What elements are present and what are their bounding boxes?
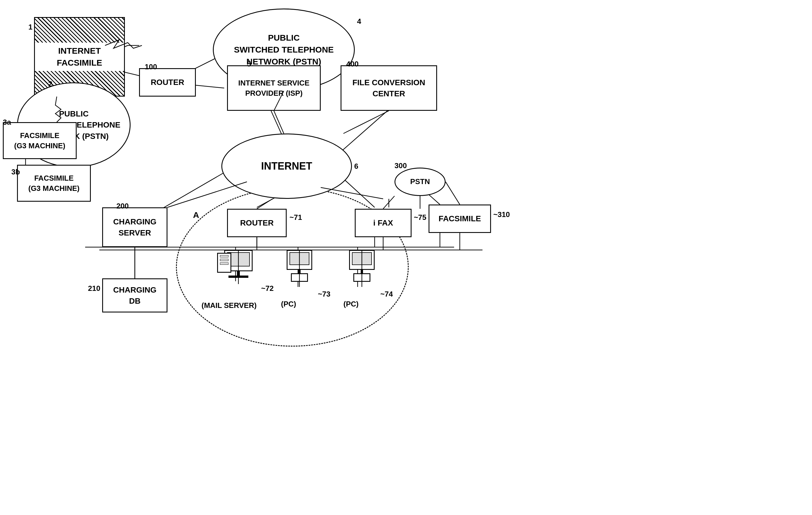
facsimile-3b-label: FACSIMILE(G3 MACHINE) [28, 173, 80, 194]
ifax-75-label: i FAX [373, 218, 393, 228]
charging-server-label: CHARGINGSERVER [113, 216, 156, 238]
ref-310: ~310 [493, 210, 510, 219]
svg-line-22 [343, 111, 389, 134]
charging-db-label: CHARGINGDB [113, 284, 156, 306]
ref-100: 100 [145, 62, 157, 71]
pstn-300-ellipse: PSTN [395, 168, 445, 196]
ref-71: ~71 [289, 213, 302, 222]
svg-line-21 [274, 111, 284, 134]
isp-label: INTERNET SERVICEPROVIDER (ISP) [238, 78, 310, 99]
router-71-box: ROUTER [227, 209, 287, 237]
pc-73-label: (PC) [281, 300, 296, 308]
svg-line-5 [341, 111, 387, 152]
facsimile-310-box: FACSIMILE [429, 205, 491, 233]
svg-line-26 [445, 182, 460, 205]
ref-210: 210 [88, 284, 100, 293]
ref-300: 300 [395, 161, 407, 170]
facsimile-3a-box: FACSIMILE(G3 MACHINE) [3, 122, 77, 159]
charging-server-box: CHARGINGSERVER [102, 207, 168, 247]
internet-label: INTERNET [261, 160, 312, 173]
ref-3b: 3b [11, 168, 20, 177]
pc-74-computer [343, 250, 380, 287]
router-top-label: ROUTER [151, 77, 184, 87]
router-top-box: ROUTER [139, 68, 196, 97]
facsimile-310-label: FACSIMILE [438, 214, 481, 224]
ref-200: 200 [116, 202, 128, 211]
ref-3a: 3a [3, 118, 11, 127]
label-a: A [193, 210, 199, 220]
pc-73-computer [281, 250, 318, 287]
charging-db-box: CHARGINGDB [102, 278, 168, 313]
ref-75: ~75 [414, 213, 426, 222]
ref-6: 6 [354, 162, 358, 171]
diagram: A INTERNET FACSIMILE 1 PUBLICSWITCHED TE… [0, 0, 812, 515]
ref-1: 1 [28, 23, 32, 31]
isp-box: INTERNET SERVICEPROVIDER (ISP) [227, 65, 321, 111]
ref-73: ~73 [318, 290, 330, 299]
ref-4: 4 [357, 17, 361, 26]
file-conversion-label: FILE CONVERSIONCENTER [352, 77, 426, 99]
file-conversion-box: FILE CONVERSIONCENTER [341, 65, 437, 111]
ref-400: 400 [346, 60, 358, 69]
mail-server-label: (MAIL SERVER) [202, 301, 257, 310]
ref-74: ~74 [380, 290, 393, 299]
ref-5: 5 [247, 60, 251, 69]
router-71-label: ROUTER [240, 218, 273, 228]
ref-72: ~72 [261, 284, 273, 293]
ifax-75-box: i FAX [355, 209, 411, 237]
mail-server-computer [216, 250, 261, 284]
internet-ellipse: INTERNET [221, 134, 352, 199]
pc-74-label: (PC) [343, 300, 358, 308]
internet-facsimile-label: INTERNET FACSIMILE [35, 43, 124, 71]
svg-line-37 [383, 196, 395, 209]
pstn-300-label: PSTN [410, 177, 430, 187]
facsimile-3b-box: FACSIMILE(G3 MACHINE) [17, 165, 91, 202]
facsimile-3a-label: FACSIMILE(G3 MACHINE) [14, 130, 65, 151]
ref-2: 2 [48, 80, 52, 88]
